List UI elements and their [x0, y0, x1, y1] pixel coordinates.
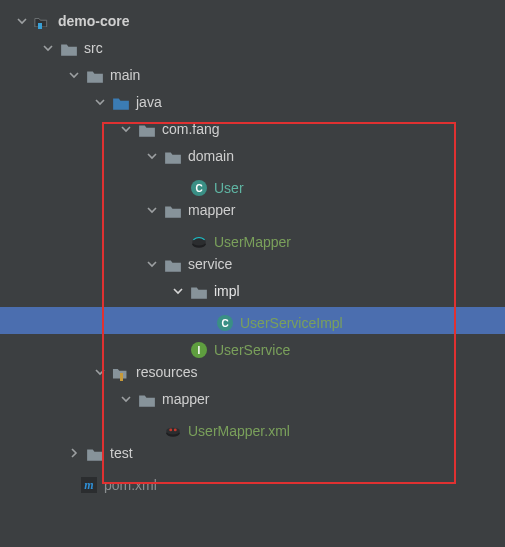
package-icon: [190, 283, 208, 301]
tree-row-userserviceimpl[interactable]: C UserServiceImpl: [0, 305, 505, 332]
chevron-down-icon[interactable]: [14, 8, 30, 35]
package-label: mapper: [188, 197, 235, 224]
tree-row-package[interactable]: com.fang: [0, 116, 505, 143]
chevron-down-icon[interactable]: [40, 35, 56, 62]
chevron-right-icon[interactable]: [66, 440, 82, 467]
resources-folder-icon: [112, 364, 130, 382]
tree-row-usermapper[interactable]: UserMapper: [0, 224, 505, 251]
tree-row-pom[interactable]: m pom.xml: [0, 467, 505, 494]
project-tree: demo-core src main: [0, 0, 505, 494]
package-icon: [164, 256, 182, 274]
package-icon: [164, 202, 182, 220]
tree-row-test[interactable]: test: [0, 440, 505, 467]
chevron-down-icon[interactable]: [144, 197, 160, 224]
tree-row-demo-core[interactable]: demo-core: [0, 8, 505, 35]
project-root-label: demo-core: [58, 8, 130, 35]
package-label: service: [188, 251, 232, 278]
chevron-down-icon[interactable]: [144, 143, 160, 170]
class-icon: C: [216, 314, 234, 332]
source-folder-icon: [112, 94, 130, 112]
tree-row-mapper[interactable]: mapper: [0, 197, 505, 224]
chevron-down-icon[interactable]: [144, 251, 160, 278]
tree-row-service[interactable]: service: [0, 251, 505, 278]
chevron-down-icon[interactable]: [170, 278, 186, 305]
svg-point-5: [174, 428, 177, 431]
package-icon: [164, 148, 182, 166]
svg-point-4: [169, 428, 172, 431]
tree-row-java[interactable]: java: [0, 89, 505, 116]
package-icon: [138, 121, 156, 139]
folder-label: src: [84, 35, 103, 62]
file-label: pom.xml: [104, 472, 157, 499]
folder-icon: [86, 445, 104, 463]
tree-row-main[interactable]: main: [0, 62, 505, 89]
svg-point-3: [166, 428, 180, 435]
package-label: com.fang: [162, 116, 220, 143]
tree-row-domain[interactable]: domain: [0, 143, 505, 170]
maven-icon: m: [80, 476, 98, 494]
mybatis-xml-icon: [164, 422, 182, 440]
tree-row-userservice[interactable]: I UserService: [0, 332, 505, 359]
chevron-down-icon[interactable]: [92, 359, 108, 386]
chevron-down-icon[interactable]: [66, 62, 82, 89]
tree-row-usermapper-xml[interactable]: UserMapper.xml: [0, 413, 505, 440]
interface-icon: I: [190, 341, 208, 359]
folder-label: main: [110, 62, 140, 89]
folder-label: resources: [136, 359, 197, 386]
folder-label: mapper: [162, 386, 209, 413]
tree-row-impl[interactable]: impl: [0, 278, 505, 305]
package-label: impl: [214, 278, 240, 305]
package-label: domain: [188, 143, 234, 170]
tree-row-src[interactable]: src: [0, 35, 505, 62]
tree-row-resources-mapper[interactable]: mapper: [0, 386, 505, 413]
folder-icon: [138, 391, 156, 409]
chevron-down-icon[interactable]: [92, 89, 108, 116]
folder-label: java: [136, 89, 162, 116]
tree-row-user[interactable]: C User: [0, 170, 505, 197]
chevron-down-icon[interactable]: [118, 386, 134, 413]
tree-row-resources[interactable]: resources: [0, 359, 505, 386]
module-icon: [34, 13, 52, 31]
folder-icon: [86, 67, 104, 85]
class-icon: C: [190, 179, 208, 197]
chevron-down-icon[interactable]: [118, 116, 134, 143]
mybatis-icon: [190, 233, 208, 251]
folder-icon: [60, 40, 78, 58]
folder-label: test: [110, 440, 133, 467]
